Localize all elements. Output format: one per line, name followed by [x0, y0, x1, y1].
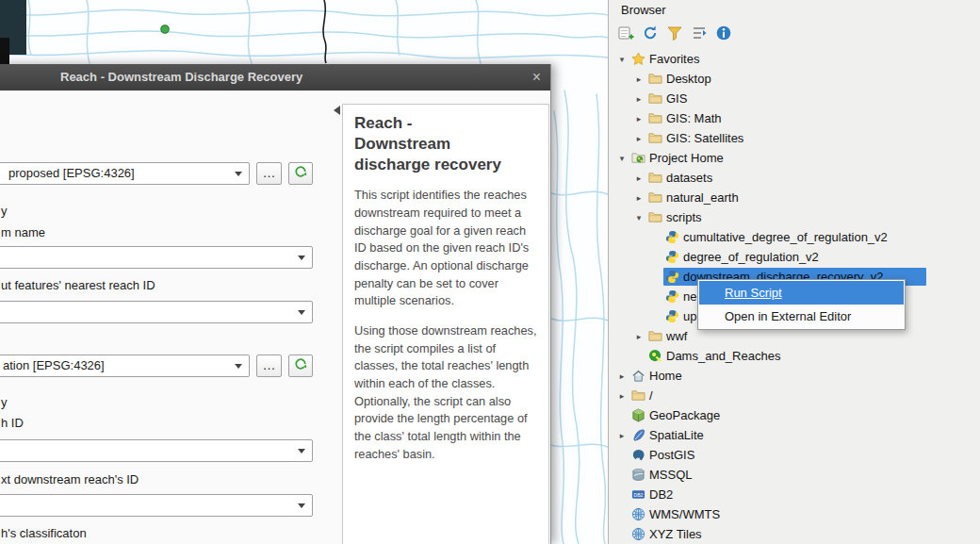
- chevron-down-icon: [298, 503, 305, 512]
- close-icon[interactable]: ×: [532, 64, 541, 90]
- tree-item-label: WMS/WMTS: [649, 507, 724, 521]
- collapse-arrow-icon[interactable]: ▾: [614, 154, 629, 163]
- refresh-icon[interactable]: [641, 24, 659, 41]
- expand-arrow-icon[interactable]: ▸: [631, 94, 646, 104]
- qgis-icon: [647, 349, 662, 364]
- form-label-nearest-reach: ut features' nearest reach ID: [1, 278, 155, 292]
- expand-arrow-icon[interactable]: ▸: [614, 391, 629, 401]
- iterate-icon: [293, 164, 308, 184]
- expand-arrow-icon[interactable]: ▸: [614, 371, 629, 381]
- tree-item-home[interactable]: ▸Home: [609, 366, 980, 386]
- collapse-arrow-icon[interactable]: ▾: [631, 213, 646, 223]
- expand-arrow-icon[interactable]: ▸: [631, 193, 646, 203]
- dialog-titlebar[interactable]: Reach - Downstream Discharge Recovery ×: [0, 64, 550, 91]
- tree-item-mssql[interactable]: MSSQL: [609, 465, 980, 485]
- expand-arrow-icon[interactable]: ▸: [631, 74, 646, 84]
- tree-item-label: scripts: [666, 210, 706, 224]
- form-label-reach-id: h ID: [1, 416, 24, 430]
- chevron-down-icon: [298, 449, 305, 457]
- iterate-icon: [293, 356, 308, 376]
- collapse-arrow-icon[interactable]: ▾: [614, 55, 629, 64]
- tree-item-db2[interactable]: DB2DB2: [609, 485, 980, 504]
- chevron-down-icon: [235, 364, 242, 372]
- tree-item-favorites[interactable]: ▾Favorites: [609, 49, 980, 69]
- folder-icon: [647, 72, 662, 87]
- location-layer-combobox[interactable]: ation [EPSG:4326]: [0, 354, 250, 377]
- expand-arrow-icon[interactable]: ▸: [631, 173, 646, 183]
- help-paragraph-1: This script identifies the reaches downs…: [354, 187, 539, 310]
- form-label-param-name: m name: [1, 225, 45, 239]
- folder-icon: [630, 388, 645, 404]
- tree-item-label: DB2: [649, 487, 677, 502]
- tree-item-gis-math[interactable]: ▸GIS: Math: [609, 108, 980, 128]
- tree-item-scripts[interactable]: ▾scripts: [609, 207, 980, 227]
- processing-dialog: Reach - Downstream Discharge Recovery × …: [0, 64, 551, 544]
- expand-arrow-icon[interactable]: ▸: [631, 134, 646, 143]
- iterate-button[interactable]: [288, 162, 313, 185]
- tree-item-item[interactable]: ▸/: [609, 386, 980, 405]
- tree-item-label: wwf: [666, 329, 691, 343]
- python-icon: [664, 250, 679, 265]
- tree-item-postgis[interactable]: PostGIS: [609, 445, 980, 465]
- tree-item-label: GIS: Satellites: [666, 131, 747, 145]
- folder-icon: [647, 210, 662, 225]
- context-menu-item-open-in-external-editor[interactable]: Open in External Editor: [699, 305, 904, 328]
- tree-item-label: MSSQL: [649, 468, 696, 482]
- iterate-button[interactable]: [288, 354, 313, 377]
- tree-item-natural-earth[interactable]: ▸natural_earth: [609, 188, 980, 207]
- tree-item-label: GeoPackage: [649, 408, 724, 422]
- tree-item-label: degree_of_regulation_v2: [683, 250, 823, 264]
- expand-arrow-icon[interactable]: ▸: [614, 431, 629, 440]
- tree-item-label: SpatiaLite: [649, 428, 708, 442]
- python-icon: [664, 309, 679, 324]
- reach-id-combobox[interactable]: [0, 439, 313, 462]
- tree-item-gis-satellites[interactable]: ▸GIS: Satellites: [609, 128, 980, 148]
- db2-icon: DB2: [630, 487, 645, 503]
- mssql-icon: [630, 468, 645, 483]
- python-icon: [664, 230, 679, 245]
- chevron-down-icon: [298, 310, 305, 319]
- tree-item-spatialite[interactable]: ▸SpatiaLite: [609, 425, 980, 445]
- tree-item-dams-and-reaches[interactable]: Dams_and_Reaches: [609, 346, 980, 366]
- collapse-all-icon[interactable]: [690, 24, 708, 41]
- nearest-reach-combobox[interactable]: [0, 301, 313, 323]
- tree-item-label: /: [649, 388, 657, 403]
- spatialite-icon: [630, 428, 645, 443]
- add-layer-icon[interactable]: [616, 24, 634, 41]
- form-label-classification: h's classificaton: [1, 526, 87, 540]
- chevron-down-icon: [235, 172, 242, 180]
- expand-arrow-icon[interactable]: ▸: [631, 114, 646, 124]
- tree-item-desktop[interactable]: ▸Desktop: [609, 69, 980, 89]
- help-panel-collapse-arrow-icon[interactable]: [329, 106, 340, 115]
- tree-item-degree-of-regulation-v2[interactable]: degree_of_regulation_v2: [609, 247, 980, 267]
- tree-item-geopackage[interactable]: GeoPackage: [609, 405, 980, 425]
- chevron-down-icon: [298, 256, 305, 264]
- folder-icon: [647, 111, 662, 126]
- next-downstream-combobox[interactable]: [0, 494, 313, 517]
- tree-item-wms-wmts[interactable]: WMS/WMTS: [609, 504, 980, 524]
- postgis-icon: [630, 448, 645, 463]
- context-menu: Run ScriptOpen in External Editor: [697, 279, 906, 330]
- folder-icon: [647, 190, 662, 206]
- browse-button[interactable]: …: [256, 354, 282, 377]
- properties-icon[interactable]: [714, 24, 732, 41]
- tree-item-xyz-tiles[interactable]: XYZ Tiles: [609, 524, 980, 544]
- tree-item-label: natural_earth: [666, 190, 743, 205]
- expand-arrow-icon[interactable]: ▸: [631, 332, 646, 341]
- folder-icon: [647, 329, 662, 344]
- context-menu-item-run-script[interactable]: Run Script: [699, 281, 904, 305]
- form-label-partial: y: [1, 204, 8, 218]
- geopackage-icon: [630, 408, 645, 423]
- param-name-combobox[interactable]: [0, 246, 313, 269]
- star-icon: [630, 52, 645, 67]
- reach-layer-combobox[interactable]: proposed [EPSG:4326]: [0, 162, 250, 185]
- form-label-partial: y: [1, 395, 8, 409]
- browse-button[interactable]: …: [256, 162, 282, 185]
- tree-item-cumultative-degree-of-regulation-v2[interactable]: cumultative_degree_of_regulation_v2: [609, 227, 980, 247]
- tree-item-datasets[interactable]: ▸datasets: [609, 168, 980, 188]
- project-home-icon: [630, 151, 645, 166]
- tree-item-gis[interactable]: ▸GIS: [609, 89, 980, 108]
- filter-icon[interactable]: [665, 24, 683, 41]
- tree-item-label: Favorites: [649, 52, 703, 66]
- tree-item-project-home[interactable]: ▾Project Home: [609, 148, 980, 168]
